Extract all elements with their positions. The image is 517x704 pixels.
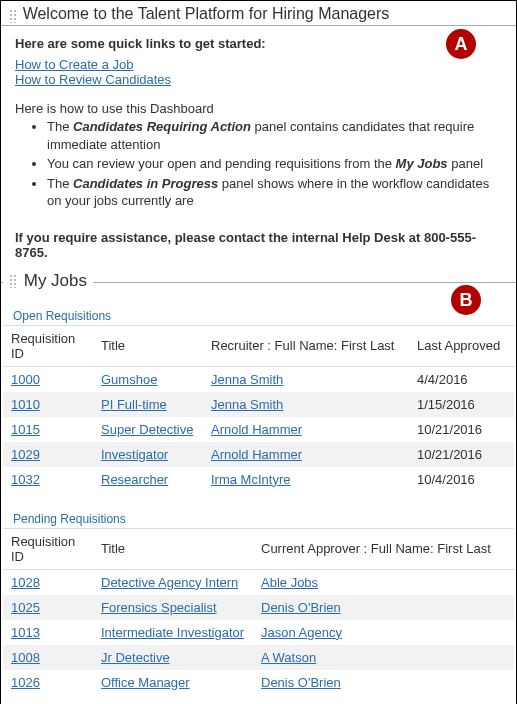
welcome-intro: Here are some quick links to get started… xyxy=(15,36,502,51)
req-title-link[interactable]: Gumshoe xyxy=(101,372,157,387)
recruiter-link[interactable]: Arnold Hammer xyxy=(211,422,302,437)
req-id-link[interactable]: 1008 xyxy=(11,650,40,665)
drag-handle-icon[interactable] xyxy=(9,274,17,288)
table-row: 1032ResearcherIrma McIntyre10/4/2016 xyxy=(3,467,514,492)
table-row: 1008Jr DetectiveA Watson xyxy=(3,645,514,670)
howto-heading: Here is how to use this Dashboard xyxy=(15,101,502,116)
req-title-link[interactable]: Intermediate Investigator xyxy=(101,625,244,640)
col-approver: Current Approver : Full Name: First Last xyxy=(253,528,514,569)
table-row: 1013Intermediate InvestigatorJason Agenc… xyxy=(3,620,514,645)
req-id-link[interactable]: 1028 xyxy=(11,575,40,590)
last-approved-cell: 1/15/2016 xyxy=(409,392,514,417)
col-title: Title xyxy=(93,325,203,366)
drag-handle-icon[interactable] xyxy=(9,9,17,23)
approver-link[interactable]: Denis O'Brien xyxy=(261,675,341,690)
req-title-link[interactable]: Super Detective xyxy=(101,422,194,437)
req-id-link[interactable]: 1026 xyxy=(11,675,40,690)
last-approved-cell: 10/21/2016 xyxy=(409,417,514,442)
bullet-item: The Candidates Requiring Action panel co… xyxy=(47,118,502,153)
req-id-link[interactable]: 1000 xyxy=(11,372,40,387)
req-title-link[interactable]: PI Full-time xyxy=(101,397,167,412)
howto-bullets: The Candidates Requiring Action panel co… xyxy=(15,118,502,210)
myjobs-title: My Jobs xyxy=(24,271,87,290)
approver-link[interactable]: Denis O'Brien xyxy=(261,600,341,615)
col-last-approved: Last Approved xyxy=(409,325,514,366)
table-row: 1028Detective Agency InternAble Jobs xyxy=(3,569,514,595)
link-review-candidates[interactable]: How to Review Candidates xyxy=(15,72,171,87)
req-id-link[interactable]: 1013 xyxy=(11,625,40,640)
req-title-link[interactable]: Forensics Specialist xyxy=(101,600,217,615)
req-title-link[interactable]: Investigator xyxy=(101,447,168,462)
req-id-link[interactable]: 1029 xyxy=(11,447,40,462)
recruiter-link[interactable]: Jenna Smith xyxy=(211,397,283,412)
pending-requisitions-label: Pending Requisitions xyxy=(3,506,514,528)
welcome-title: Welcome to the Talent Platform for Hirin… xyxy=(23,5,390,22)
req-title-link[interactable]: Researcher xyxy=(101,472,168,487)
last-approved-cell: 10/21/2016 xyxy=(409,442,514,467)
open-requisitions-label: Open Requisitions xyxy=(3,303,514,325)
table-row: 1025Forensics SpecialistDenis O'Brien xyxy=(3,595,514,620)
open-requisitions-table: Requisition ID Title Recruiter : Full Na… xyxy=(3,325,514,492)
table-row: 1000GumshoeJenna Smith4/4/2016 xyxy=(3,366,514,392)
req-id-link[interactable]: 1010 xyxy=(11,397,40,412)
callout-badge-b: B xyxy=(451,285,481,315)
recruiter-link[interactable]: Arnold Hammer xyxy=(211,447,302,462)
link-create-job[interactable]: How to Create a Job xyxy=(15,57,134,72)
req-id-link[interactable]: 1032 xyxy=(11,472,40,487)
bullet-item: You can review your open and pending req… xyxy=(47,155,502,173)
table-row: 1010PI Full-timeJenna Smith1/15/2016 xyxy=(3,392,514,417)
req-title-link[interactable]: Detective Agency Intern xyxy=(101,575,238,590)
recruiter-link[interactable]: Jenna Smith xyxy=(211,372,283,387)
last-approved-cell: 4/4/2016 xyxy=(409,366,514,392)
approver-link[interactable]: Able Jobs xyxy=(261,575,318,590)
approver-link[interactable]: Jason Agency xyxy=(261,625,342,640)
bullet-item: The Candidates in Progress panel shows w… xyxy=(47,175,502,210)
req-id-link[interactable]: 1025 xyxy=(11,600,40,615)
table-row: 1015Super DetectiveArnold Hammer10/21/20… xyxy=(3,417,514,442)
col-req-id: Requisition ID xyxy=(3,325,93,366)
recruiter-link[interactable]: Irma McIntyre xyxy=(211,472,290,487)
col-title: Title xyxy=(93,528,253,569)
req-id-link[interactable]: 1015 xyxy=(11,422,40,437)
table-row: 1029InvestigatorArnold Hammer10/21/2016 xyxy=(3,442,514,467)
pending-requisitions-table: Requisition ID Title Current Approver : … xyxy=(3,528,514,695)
req-title-link[interactable]: Jr Detective xyxy=(101,650,170,665)
last-approved-cell: 10/4/2016 xyxy=(409,467,514,492)
callout-badge-a: A xyxy=(446,29,476,59)
req-title-link[interactable]: Office Manager xyxy=(101,675,190,690)
col-req-id: Requisition ID xyxy=(3,528,93,569)
col-recruiter: Recruiter : Full Name: First Last xyxy=(203,325,409,366)
welcome-panel-header: Welcome to the Talent Platform for Hirin… xyxy=(1,1,516,26)
help-desk-line: If you require assistance, please contac… xyxy=(15,230,502,260)
approver-link[interactable]: A Watson xyxy=(261,650,316,665)
table-row: 1026Office ManagerDenis O'Brien xyxy=(3,670,514,695)
